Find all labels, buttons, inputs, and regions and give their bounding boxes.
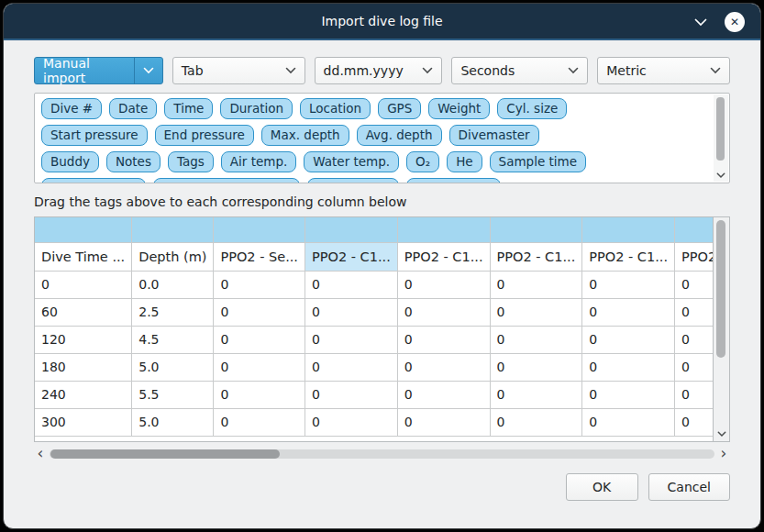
table-cell: 0 bbox=[397, 353, 490, 381]
table-cell: 0 bbox=[397, 326, 490, 353]
import-dialog: Import dive log file ✕ Manual import Tab… bbox=[3, 3, 761, 529]
table-row: 1204.5000000 bbox=[35, 326, 714, 353]
field-separator-value: Tab bbox=[182, 63, 204, 78]
column-tag[interactable]: Buddy bbox=[41, 151, 99, 172]
instruction-text: Drag the tags above to each correspondin… bbox=[34, 194, 730, 209]
column-tag[interactable]: Sample CNS bbox=[406, 178, 501, 183]
titlebar[interactable]: Import dive log file ✕ bbox=[4, 4, 760, 40]
table-cell: 0 bbox=[490, 298, 582, 326]
column-tag[interactable]: Air temp. bbox=[221, 151, 296, 172]
scrollbar-thumb[interactable] bbox=[716, 220, 725, 358]
drop-row bbox=[35, 217, 714, 242]
scroll-down-icon[interactable] bbox=[714, 431, 729, 438]
table-body: 00.0000000602.50000001204.50000001805.00… bbox=[35, 271, 714, 436]
table-cell: 0 bbox=[582, 326, 675, 353]
table-cell: 4.5 bbox=[132, 326, 214, 353]
table-cell: 0 bbox=[397, 298, 490, 326]
dialog-content: Manual import Tab dd.mm.yyyy Seconds Met… bbox=[4, 40, 760, 501]
drop-target-cell[interactable] bbox=[35, 217, 132, 242]
column-tag[interactable]: Divemaster bbox=[449, 125, 539, 146]
scroll-right-icon[interactable]: › bbox=[717, 446, 730, 460]
column-tag[interactable]: Tags bbox=[168, 151, 214, 172]
table-row: 00.0000000 bbox=[35, 271, 714, 298]
table-cell: 0 bbox=[675, 271, 714, 298]
drop-target-cell[interactable] bbox=[397, 217, 490, 242]
table-row: 1805.0000000 bbox=[35, 353, 714, 381]
column-tag[interactable]: Dive # bbox=[41, 98, 102, 119]
table-cell: 0 bbox=[397, 408, 490, 436]
column-tag[interactable]: End pressure bbox=[155, 125, 254, 146]
chevron-down-icon[interactable] bbox=[694, 18, 707, 27]
column-tag[interactable]: Weight bbox=[428, 98, 490, 119]
units-select[interactable]: Metric bbox=[597, 57, 730, 84]
table-cell: 0 bbox=[582, 353, 675, 381]
column-header[interactable]: PPO2 - C1... bbox=[397, 242, 490, 271]
dialog-buttons: OK Cancel bbox=[34, 473, 730, 501]
column-tag[interactable]: Start pressure bbox=[41, 125, 148, 146]
table-cell: 0 bbox=[214, 298, 305, 326]
column-tag[interactable]: Sample pO₂ bbox=[307, 178, 399, 183]
column-tag[interactable]: Location bbox=[300, 98, 371, 119]
column-tag[interactable]: Sample depth bbox=[41, 178, 146, 183]
table-cell: 0 bbox=[304, 326, 397, 353]
options-row: Manual import Tab dd.mm.yyyy Seconds Met… bbox=[34, 57, 730, 84]
table-cell: 0 bbox=[582, 408, 675, 436]
date-format-select[interactable]: dd.mm.yyyy bbox=[315, 57, 443, 84]
table-cell: 5.5 bbox=[132, 381, 214, 408]
table-cell: 0 bbox=[675, 298, 714, 326]
column-header[interactable]: PPO2 bbox=[675, 242, 714, 271]
column-tag[interactable]: GPS bbox=[378, 98, 421, 119]
column-header[interactable]: Depth (m) bbox=[132, 242, 214, 271]
close-button[interactable]: ✕ bbox=[725, 12, 745, 32]
table-cell: 300 bbox=[35, 408, 132, 436]
table-cell: 0 bbox=[214, 353, 305, 381]
table-cell: 0 bbox=[35, 271, 132, 298]
column-tag[interactable]: Notes bbox=[106, 151, 161, 172]
column-tag[interactable]: He bbox=[447, 151, 482, 172]
column-tag[interactable]: Date bbox=[109, 98, 157, 119]
cancel-button[interactable]: Cancel bbox=[648, 473, 730, 501]
column-tag[interactable]: Cyl. size bbox=[497, 98, 567, 119]
duration-format-select[interactable]: Seconds bbox=[451, 57, 588, 84]
scrollbar-thumb[interactable] bbox=[50, 449, 280, 459]
table-cell: 0 bbox=[214, 408, 305, 436]
drop-target-cell[interactable] bbox=[304, 217, 397, 242]
drop-target-cell[interactable] bbox=[132, 217, 214, 242]
column-tag[interactable]: Sample time bbox=[490, 151, 586, 172]
column-header[interactable]: Dive Time ... bbox=[35, 242, 132, 271]
column-header[interactable]: PPO2 - C1... bbox=[490, 242, 582, 271]
tag-scrollbar[interactable] bbox=[714, 94, 728, 182]
scrollbar-thumb[interactable] bbox=[716, 97, 725, 161]
drop-target-cell[interactable] bbox=[214, 217, 305, 242]
table-cell: 0 bbox=[304, 271, 397, 298]
column-tag[interactable]: Water temp. bbox=[304, 151, 399, 172]
chevron-down-icon bbox=[134, 58, 154, 83]
table-cell: 0 bbox=[490, 381, 582, 408]
table-row: 602.5000000 bbox=[35, 298, 714, 326]
column-tag[interactable]: O₂ bbox=[406, 151, 439, 172]
table-horizontal-scrollbar[interactable]: ‹ › bbox=[34, 447, 730, 461]
import-mode-value: Manual import bbox=[43, 56, 128, 85]
column-tag[interactable]: Avg. depth bbox=[357, 125, 442, 146]
scroll-down-icon[interactable] bbox=[714, 172, 728, 179]
scroll-left-icon[interactable]: ‹ bbox=[34, 446, 47, 460]
column-tag[interactable]: Time bbox=[164, 98, 213, 119]
drop-target-cell[interactable] bbox=[490, 217, 582, 242]
column-header[interactable]: PPO2 - C1... bbox=[304, 242, 397, 271]
import-mode-select[interactable]: Manual import bbox=[34, 57, 163, 84]
column-tag[interactable]: Sample temperature bbox=[153, 178, 300, 183]
column-tag[interactable]: Max. depth bbox=[261, 125, 349, 146]
drop-target-cell[interactable] bbox=[675, 217, 714, 242]
table-cell: 2.5 bbox=[132, 298, 214, 326]
table-vertical-scrollbar[interactable] bbox=[714, 216, 730, 442]
table-cell: 0 bbox=[582, 271, 675, 298]
column-header[interactable]: PPO2 - C1... bbox=[582, 242, 675, 271]
drop-target-cell[interactable] bbox=[582, 217, 675, 242]
table-cell: 180 bbox=[35, 353, 132, 381]
column-header[interactable]: PPO2 - Se... bbox=[214, 242, 305, 271]
table-cell: 120 bbox=[35, 326, 132, 353]
column-tag[interactable]: Duration bbox=[220, 98, 293, 119]
ok-button[interactable]: OK bbox=[566, 473, 638, 501]
tag-container: Dive #DateTimeDurationLocationGPSWeightC… bbox=[34, 93, 730, 183]
field-separator-select[interactable]: Tab bbox=[172, 57, 305, 84]
